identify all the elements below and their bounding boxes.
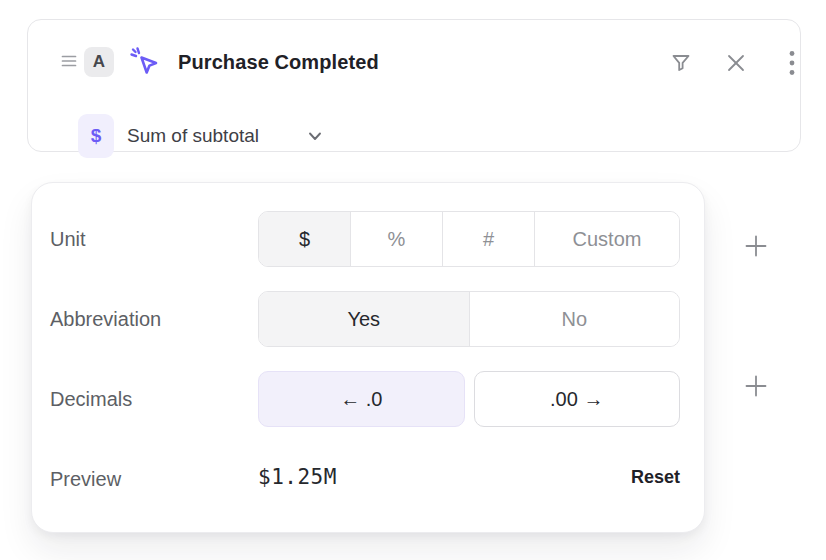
filter-icon	[669, 51, 693, 75]
preview-value: $1.25M	[258, 465, 337, 489]
close-icon	[725, 52, 747, 74]
chevron-down-icon[interactable]	[306, 128, 324, 144]
decimals-increase-button[interactable]: .00 →	[474, 371, 681, 427]
decimals-controls: ← .0 .00 →	[258, 371, 680, 427]
unit-option-percent[interactable]: %	[350, 212, 442, 266]
decimals-label: Decimals	[50, 388, 132, 411]
abbreviation-option-no[interactable]: No	[469, 292, 680, 346]
event-card-header: A Purchase Completed	[28, 44, 800, 80]
unit-option-custom[interactable]: Custom	[534, 212, 679, 266]
metric-dollar-badge: $	[78, 114, 114, 158]
drag-handle-icon[interactable]	[61, 53, 77, 69]
plus-icon	[744, 234, 768, 258]
filter-button[interactable]	[667, 49, 695, 77]
abbreviation-option-yes[interactable]: Yes	[259, 292, 469, 346]
event-position-badge: A	[84, 47, 114, 77]
event-title: Purchase Completed	[178, 44, 379, 80]
preview-label: Preview	[50, 468, 121, 491]
reset-button[interactable]: Reset	[580, 467, 680, 488]
decimals-decrease-button[interactable]: ← .0	[258, 371, 465, 427]
kebab-icon	[780, 49, 804, 77]
close-button[interactable]	[722, 49, 750, 77]
add-format-button[interactable]	[736, 366, 776, 406]
metric-selector-label[interactable]: Sum of subtotal	[127, 114, 259, 158]
event-click-icon	[128, 45, 162, 79]
more-options-button[interactable]	[778, 49, 806, 77]
number-format-panel: Unit $ % # Custom Abbreviation Yes No De…	[31, 182, 705, 533]
abbreviation-segmented-control: Yes No	[258, 291, 680, 347]
unit-option-number[interactable]: #	[442, 212, 534, 266]
unit-segmented-control: $ % # Custom	[258, 211, 680, 267]
add-metric-button[interactable]	[736, 226, 776, 266]
unit-label: Unit	[50, 228, 86, 251]
event-card: A Purchase Completed	[27, 19, 801, 152]
abbreviation-label: Abbreviation	[50, 308, 161, 331]
unit-option-dollar[interactable]: $	[259, 212, 350, 266]
plus-icon	[744, 374, 768, 398]
query-builder: A Purchase Completed	[0, 0, 826, 560]
metric-row: $ Sum of subtotal	[28, 114, 800, 158]
